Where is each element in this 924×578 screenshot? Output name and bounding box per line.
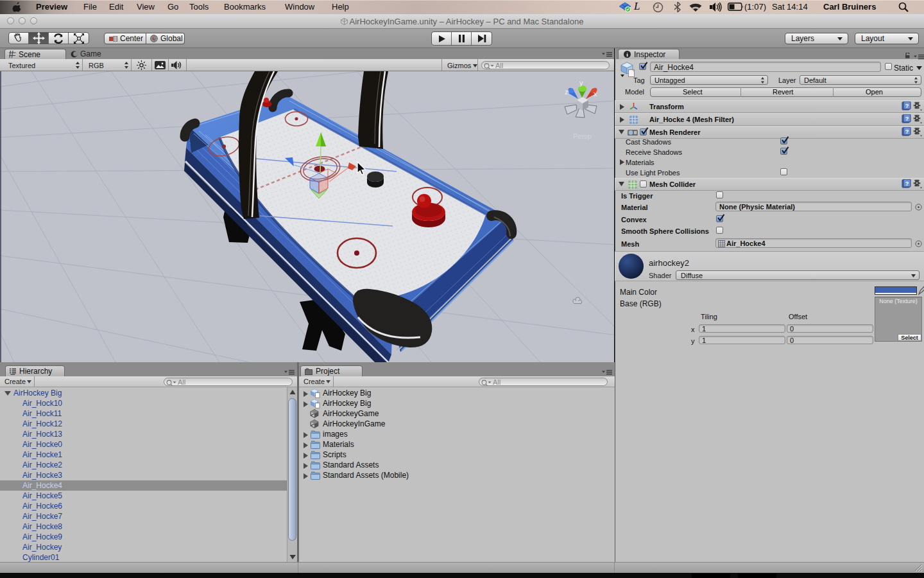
svg-text:z: z	[565, 88, 569, 96]
svg-text:Persp: Persp	[573, 132, 592, 140]
svg-text:x: x	[594, 90, 597, 98]
svg-text:y: y	[579, 79, 583, 87]
